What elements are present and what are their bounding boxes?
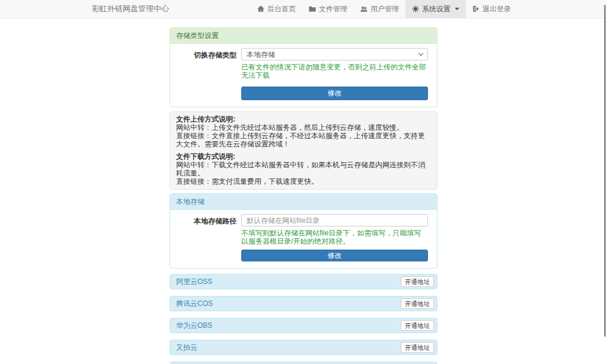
local-storage-panel-header: 本地存储	[170, 194, 437, 210]
panel-title: 存储类型设置	[176, 31, 219, 40]
nav-item-dashboard[interactable]: 后台首页	[251, 0, 302, 18]
storage-type-save-button[interactable]: 修改	[241, 87, 428, 100]
local-storage-panel-body: 本地存储路径 不填写则默认存储在网站file目录下，如需填写，只能填写以服务器根…	[170, 210, 437, 268]
huawei-obs-panel-header: 华为云OBS 开通地址	[170, 318, 437, 333]
upload-instructions: 文件上传方式说明: 网站中转：上传文件先经过本站服务器，然后上传到云存储，速度较…	[176, 115, 431, 148]
users-icon	[360, 5, 368, 12]
nav-item-label: 退出登录	[483, 4, 511, 14]
local-storage-panel: 本地存储 本地存储路径 不填写则默认存储在网站file目录下，如需填写，只能填写…	[170, 193, 437, 269]
folder-icon	[309, 5, 316, 12]
download-instruction-line: 直接链接：需支付流量费用，下载速度更快。	[176, 177, 318, 186]
local-path-save-button[interactable]: 修改	[241, 250, 428, 261]
upload-instruction-line: 网站中转：上传文件先经过本站服务器，然后上传到云存储，速度较慢。	[176, 123, 404, 132]
top-navbar: 彩虹外链网盘管理中心 后台首页 文件管理 用户管理	[0, 0, 607, 18]
nav-item-files[interactable]: 文件管理	[302, 0, 354, 18]
gear-icon	[412, 5, 419, 12]
storage-type-panel: 存储类型设置 切换存储类型 本地存储 已有文件的情况下请勿随意变更，否则之前上传…	[170, 27, 437, 107]
scrollbar-thumb[interactable]	[604, 5, 606, 337]
main-nav: 后台首页 文件管理 用户管理	[251, 0, 517, 18]
upload-instructions-title: 文件上传方式说明:	[176, 115, 235, 123]
sign-out-icon	[472, 5, 480, 12]
nav-item-label: 系统设置	[422, 4, 451, 14]
settings-content: 存储类型设置 切换存储类型 本地存储 已有文件的情况下请勿随意变更，否则之前上传…	[170, 27, 437, 364]
tencent-cos-panel-title[interactable]: 腾讯云COS	[176, 299, 213, 309]
huawei-obs-panel-title[interactable]: 华为云OBS	[176, 321, 212, 331]
aliyun-oss-signup-button[interactable]: 开通地址	[401, 276, 434, 287]
upyun-panel-title[interactable]: 又拍云	[176, 343, 197, 353]
chevron-down-icon	[455, 8, 459, 10]
nav-item-label: 用户管理	[370, 4, 399, 14]
navbar-container: 彩虹外链网盘管理中心 后台首页 文件管理 用户管理	[90, 0, 517, 18]
local-path-help: 不填写则默认存储在网站file目录下，如需填写，只能填写以服务器根目录/开始的绝…	[241, 229, 428, 245]
panel-title: 本地存储	[176, 197, 205, 206]
download-instruction-line: 网站中转：下载文件经过本站服务器中转，如果本机与云存储是内网连接则不消耗流量。	[176, 161, 425, 177]
download-instructions-title: 文件下载方式说明:	[176, 152, 235, 161]
site-brand[interactable]: 彩虹外链网盘管理中心	[90, 4, 169, 14]
tencent-cos-panel-header: 腾讯云COS 开通地址	[170, 296, 437, 311]
home-icon	[257, 5, 264, 12]
transfer-instructions-well: 文件上传方式说明: 网站中转：上传文件先经过本站服务器，然后上传到云存储，速度较…	[170, 111, 437, 190]
nav-item-label: 后台首页	[267, 4, 296, 14]
storage-type-warning: 已有文件的情况下请勿随意变更，否则之前上传的文件全部无法下载	[241, 63, 428, 79]
upyun-panel-header: 又拍云 开通地址	[170, 340, 437, 355]
nav-item-label: 文件管理	[319, 4, 347, 14]
scrollbar[interactable]	[603, 0, 607, 364]
storage-type-select[interactable]: 本地存储	[241, 48, 428, 60]
nav-item-settings[interactable]: 系统设置	[405, 0, 466, 18]
huawei-obs-signup-button[interactable]: 开通地址	[401, 320, 434, 331]
local-path-input[interactable]	[241, 214, 428, 226]
nav-item-logout[interactable]: 退出登录	[466, 0, 517, 18]
storage-type-panel-body: 切换存储类型 本地存储 已有文件的情况下请勿随意变更，否则之前上传的文件全部无法…	[170, 44, 437, 107]
tencent-cos-signup-button[interactable]: 开通地址	[401, 298, 434, 309]
nav-item-users[interactable]: 用户管理	[354, 0, 405, 18]
qiniu-panel-header: 七牛云 开通地址	[170, 362, 437, 364]
storage-type-label: 切换存储类型	[179, 48, 241, 79]
local-path-label: 本地存储路径	[179, 214, 241, 245]
upyun-signup-button[interactable]: 开通地址	[401, 342, 434, 353]
aliyun-oss-panel-title[interactable]: 阿里云OSS	[176, 277, 212, 287]
aliyun-oss-panel-header: 阿里云OSS 开通地址	[170, 274, 437, 289]
storage-type-panel-header: 存储类型设置	[170, 28, 437, 44]
upload-instruction-line: 直接链接：文件直接上传到云存储，不经过本站服务器，上传速度更快，支持更大文件。需…	[176, 132, 425, 148]
download-instructions: 文件下载方式说明: 网站中转：下载文件经过本站服务器中转，如果本机与云存储是内网…	[176, 152, 431, 186]
